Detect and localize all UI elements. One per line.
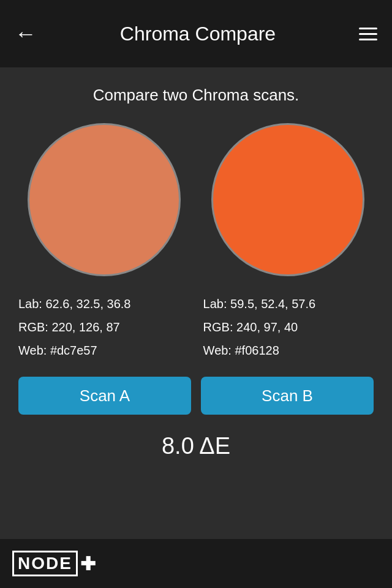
scan-a-button[interactable]: Scan A	[18, 377, 191, 415]
page-subtitle: Compare two Chroma scans.	[12, 86, 380, 105]
scan-buttons-row: Scan A Scan B	[12, 377, 380, 415]
color-a-rgb: RGB: 220, 126, 87	[18, 318, 189, 336]
back-button[interactable]: ←	[15, 21, 37, 47]
main-content: Compare two Chroma scans. Lab: 62.6, 32.…	[0, 67, 392, 484]
node-logo-text: NODE	[12, 551, 78, 576]
color-a-web: Web: #dc7e57	[18, 341, 189, 360]
color-b-lab: Lab: 59.5, 52.4, 57.6	[203, 295, 374, 313]
app-header: ← Chroma Compare	[0, 0, 392, 67]
app-footer: NODE ✚	[0, 539, 392, 588]
color-a-info: Lab: 62.6, 32.5, 36.8 RGB: 220, 126, 87 …	[18, 295, 189, 364]
color-b-rgb: RGB: 240, 97, 40	[203, 318, 374, 336]
node-logo-plus: ✚	[80, 553, 96, 575]
delta-e-value: 8.0 ΔE	[12, 433, 380, 459]
color-circle-b	[211, 123, 364, 276]
color-circles-row	[12, 123, 380, 276]
node-logo: NODE ✚	[12, 551, 96, 576]
color-info-row: Lab: 62.6, 32.5, 36.8 RGB: 220, 126, 87 …	[12, 295, 380, 364]
color-circle-a	[28, 123, 181, 276]
scan-b-button[interactable]: Scan B	[201, 377, 374, 415]
color-b-web: Web: #f06128	[203, 341, 374, 360]
color-a-lab: Lab: 62.6, 32.5, 36.8	[18, 295, 189, 313]
menu-button[interactable]	[359, 28, 377, 40]
color-b-info: Lab: 59.5, 52.4, 57.6 RGB: 240, 97, 40 W…	[203, 295, 374, 364]
page-title: Chroma Compare	[120, 23, 276, 45]
